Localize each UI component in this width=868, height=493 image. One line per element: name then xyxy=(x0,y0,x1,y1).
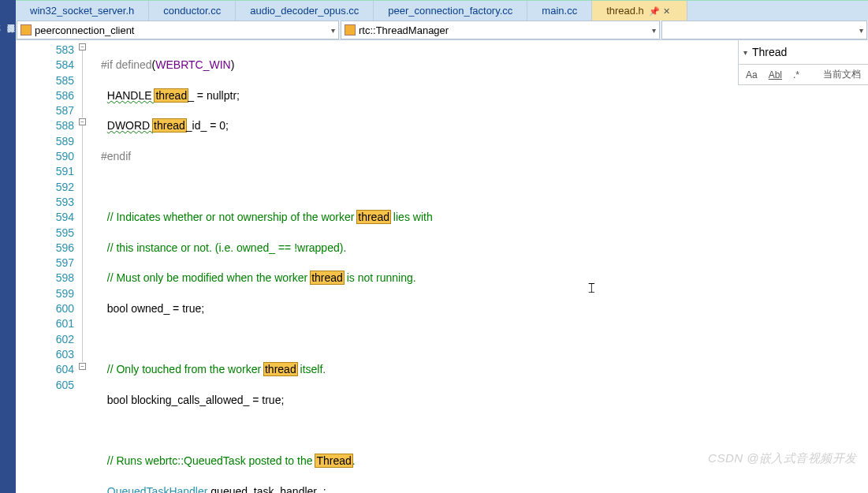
tab-conductor[interactable]: conductor.cc xyxy=(149,1,236,21)
chevron-down-icon: ▾ xyxy=(855,26,863,35)
tab-main[interactable]: main.cc xyxy=(527,1,592,21)
class-icon xyxy=(345,24,356,35)
tab-audio-decoder-opus[interactable]: audio_decoder_opus.cc xyxy=(236,1,374,21)
scope-label: peerconnection_client xyxy=(35,24,134,36)
navigation-bar: peerconnection_client ▾ rtc::ThreadManag… xyxy=(16,21,868,40)
close-icon[interactable]: ✕ xyxy=(663,6,672,16)
fold-toggle[interactable]: − xyxy=(79,363,86,370)
editor-area: 583584585586587 588589590591592 59359459… xyxy=(16,40,868,493)
project-icon xyxy=(20,24,32,35)
chevron-down-icon: ▾ xyxy=(326,26,335,35)
line-number-gutter: 583584585586587 588589590591592 59359459… xyxy=(16,40,88,493)
side-rail[interactable]: 服务器资源管理器 工具箱 xyxy=(0,0,16,493)
tab-win32-socket-server[interactable]: win32_socket_server.h xyxy=(16,1,149,21)
member-label: rtc::ThreadManager xyxy=(359,24,449,36)
scope-dropdown[interactable]: peerconnection_client ▾ xyxy=(17,21,339,39)
search-scope-label[interactable]: 当前文档 xyxy=(821,66,863,83)
regex-toggle[interactable]: .* xyxy=(791,68,802,82)
whole-word-toggle[interactable]: Abl xyxy=(766,68,784,82)
search-input[interactable] xyxy=(752,46,868,58)
pin-icon[interactable]: 📌 xyxy=(649,6,658,16)
tab-peer-connection-factory[interactable]: peer_connection_factory.cc xyxy=(374,1,527,21)
code-editor[interactable]: #if defined(WEBRTC_WIN) HANDLE thread_ =… xyxy=(88,40,868,493)
fold-toggle[interactable]: − xyxy=(79,118,86,125)
chevron-down-icon[interactable]: ▾ xyxy=(743,48,747,57)
member-dropdown[interactable]: rtc::ThreadManager ▾ xyxy=(341,21,660,39)
fold-margin: − − − xyxy=(79,43,87,493)
method-dropdown[interactable]: ▾ xyxy=(661,21,867,39)
chevron-down-icon: ▾ xyxy=(647,26,656,35)
text-cursor: 𝙸 xyxy=(587,281,597,296)
fold-toggle[interactable]: − xyxy=(79,43,86,50)
tab-thread-h[interactable]: thread.h 📌 ✕ xyxy=(592,1,687,21)
find-panel: ▾ Aa Abl .* 当前文档 xyxy=(738,40,868,85)
siderail-tab-server-explorer[interactable]: 服务器资源管理器 xyxy=(5,16,16,493)
match-case-toggle[interactable]: Aa xyxy=(743,68,760,82)
document-tab-strip: win32_socket_server.h conductor.cc audio… xyxy=(16,0,868,21)
siderail-tab-toolbox[interactable]: 工具箱 xyxy=(0,16,2,493)
